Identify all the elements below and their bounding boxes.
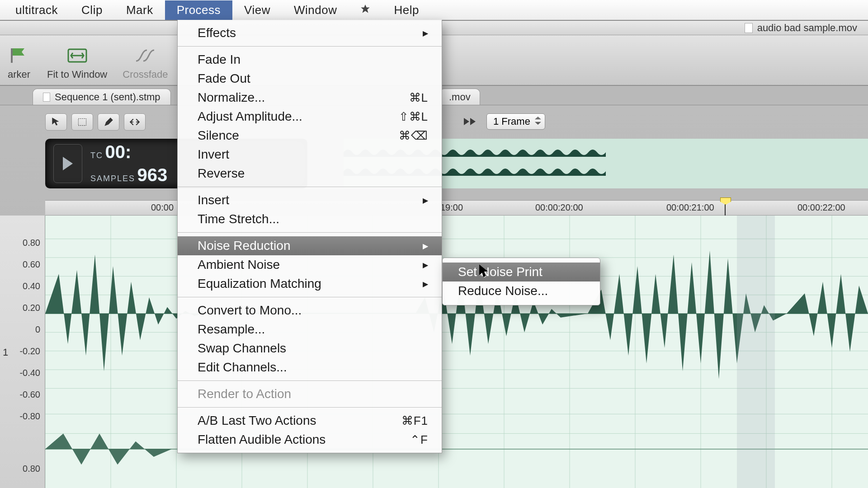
menu-item-process[interactable]: Process — [165, 0, 232, 20]
process-menu-item[interactable]: Fade Out — [178, 69, 442, 88]
process-menu-item[interactable]: Edit Channels... — [178, 358, 442, 377]
axis-label: -0.60 — [19, 389, 40, 400]
menu-item-label: Flatten Audible Actions — [198, 432, 326, 447]
menu-item-label: Swap Channels — [198, 341, 286, 356]
channel-number: 1 — [3, 347, 8, 358]
editor-tool-tray-2: 1 Frame — [463, 113, 545, 130]
process-menu-item[interactable]: Insert — [178, 191, 442, 210]
axis-label: 0.80 — [23, 464, 40, 474]
fit-window-icon — [65, 45, 90, 66]
menu-item-label: Time Stretch... — [198, 212, 279, 226]
play-button[interactable] — [53, 144, 82, 183]
process-menu-item[interactable]: Resample... — [178, 320, 442, 339]
process-menu-item[interactable]: A/B Last Two Actions⌘F1 — [178, 411, 442, 430]
lcd-tc-label: TC — [90, 151, 103, 160]
menu-item-shortcut: ⇧⌘L — [399, 110, 428, 124]
ruler-tick-label: 19:00 — [440, 202, 463, 213]
axis-label: -0.20 — [19, 346, 40, 357]
process-menu-item[interactable]: Equalization Matching — [178, 274, 442, 293]
menu-item-label: A/B Last Two Actions — [198, 413, 316, 428]
process-menu-item[interactable]: Reverse — [178, 164, 442, 183]
menu-item-label: Edit Channels... — [198, 360, 287, 375]
document-icon — [745, 23, 753, 33]
toolbar-button-fit-to-window[interactable]: Fit to Window — [47, 45, 107, 80]
toolbar-button-label: Fit to Window — [47, 69, 107, 80]
lcd-samples-label: SAMPLES — [90, 174, 135, 183]
menu-item-label: Normalize... — [198, 90, 265, 105]
ruler-tick-label: 00:00:20:00 — [535, 202, 583, 213]
menu-item-label: Equalization Matching — [198, 277, 321, 291]
toolbar-button-label: Crossfade — [123, 69, 168, 80]
noise-reduction-menu-item[interactable]: Set Noise Print — [443, 263, 600, 282]
menu-item-label: Adjust Amplitude... — [198, 109, 302, 124]
waveform-view[interactable] — [45, 216, 868, 488]
document-title-text: audio bad sample.mov — [757, 22, 857, 34]
menu-item-label: Reverse — [198, 166, 245, 181]
menu-item-view[interactable]: View — [232, 0, 282, 20]
process-menu-item[interactable]: Fade In — [178, 50, 442, 69]
menubar: ultitrack Clip Mark Process View Window … — [0, 0, 868, 21]
process-menu-item[interactable]: Ambient Noise — [178, 255, 442, 274]
tool-pointer[interactable] — [45, 113, 67, 131]
step-forward-icon[interactable] — [463, 116, 477, 127]
app-spotlight-icon[interactable] — [359, 4, 371, 16]
menu-item-label: Render to Action — [198, 387, 291, 401]
menu-item-shortcut: ⌃F — [410, 433, 428, 447]
menu-item-window[interactable]: Window — [282, 0, 349, 20]
menu-item-label: Insert — [198, 193, 229, 207]
process-menu-item[interactable]: Time Stretch... — [178, 210, 442, 229]
menu-item-label: Resample... — [198, 322, 265, 337]
menu-item-shortcut: ⌘F1 — [401, 414, 428, 428]
document-title: audio bad sample.mov — [745, 22, 857, 34]
process-menu-item[interactable]: Invert — [178, 145, 442, 164]
svg-rect-0 — [11, 48, 13, 63]
tab-label: .mov — [449, 91, 471, 103]
toolbar-button-crossfade: Crossfade — [123, 45, 168, 80]
process-menu-item[interactable]: Normalize...⌘L — [178, 88, 442, 107]
menu-item-label: Fade In — [198, 52, 241, 67]
frame-step-select[interactable]: 1 Frame — [486, 113, 545, 130]
menu-item-help[interactable]: Help — [382, 0, 430, 20]
menu-item-label: Set Noise Print — [458, 265, 542, 279]
menu-item-shortcut: ⌘L — [409, 91, 428, 105]
flag-icon — [6, 45, 32, 66]
axis-label: -0.80 — [19, 411, 40, 422]
process-menu-item[interactable]: Convert to Mono... — [178, 301, 442, 320]
timeline-ruler[interactable]: 00:00 19:00 00:00:20:00 00:00:21:00 00:0… — [45, 200, 868, 216]
axis-label: 0.60 — [23, 259, 40, 270]
ruler-tick-label: 00:00 — [151, 202, 174, 213]
menu-item-label: Ambient Noise — [198, 258, 280, 272]
svg-rect-2 — [78, 118, 86, 125]
process-menu-item[interactable]: Swap Channels — [178, 339, 442, 358]
menu-item-label: Reduce Noise... — [458, 284, 548, 298]
ruler-tick-label: 00:00:21:00 — [666, 202, 714, 213]
axis-label: 0 — [35, 324, 40, 335]
toolbar-button-label: arker — [8, 69, 30, 80]
menu-item-label: Invert — [198, 147, 229, 162]
editor-tool-tray — [45, 113, 146, 132]
process-menu-item[interactable]: Silence⌘⌫ — [178, 126, 442, 145]
tool-select[interactable] — [71, 113, 93, 131]
document-tabs: Sequence 1 (sent).stmp — [33, 89, 171, 105]
menu-item-multitrack[interactable]: ultitrack — [4, 0, 70, 20]
menu-item-mark[interactable]: Mark — [114, 0, 165, 20]
process-menu-item[interactable]: Adjust Amplitude...⇧⌘L — [178, 107, 442, 126]
mouse-cursor — [478, 264, 490, 279]
tool-scrub[interactable] — [124, 113, 146, 131]
lcd-samples-value: 963 — [137, 165, 168, 185]
tab-sequence-1[interactable]: Sequence 1 (sent).stmp — [33, 89, 171, 105]
axis-label: 0.80 — [23, 238, 40, 248]
crossfade-icon — [132, 45, 158, 66]
process-menu-item[interactable]: Flatten Audible Actions⌃F — [178, 430, 442, 449]
menu-item-clip[interactable]: Clip — [70, 0, 114, 20]
noise-reduction-menu-item[interactable]: Reduce Noise... — [443, 282, 600, 300]
toolbar-button-marker[interactable]: arker — [6, 45, 32, 80]
tool-pencil[interactable] — [98, 113, 119, 131]
process-menu-item[interactable]: Noise Reduction — [178, 236, 442, 255]
process-menu-item[interactable]: Effects — [178, 23, 442, 42]
process-menu-item: Render to Action — [178, 385, 442, 404]
tab-mov[interactable]: .mov — [439, 89, 480, 105]
menu-item-shortcut: ⌘⌫ — [399, 129, 428, 143]
tab-label: Sequence 1 (sent).stmp — [55, 91, 160, 103]
lcd-tc-value: 00: — [105, 142, 131, 162]
